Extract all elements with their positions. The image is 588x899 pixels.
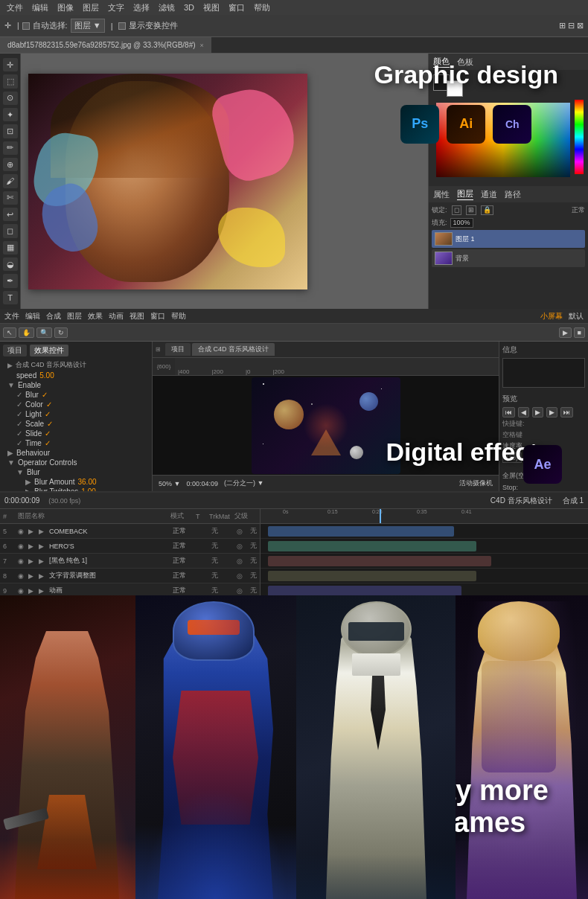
ae-comp-tab-1[interactable]: 项目: [165, 343, 191, 356]
ps-layers-tab[interactable]: 图层: [457, 188, 473, 200]
auto-select-checkbox[interactable]: [22, 22, 30, 30]
ps-layers-tabs[interactable]: 属性 图层 通道 路径: [429, 186, 588, 202]
ae-l9-eye[interactable]: ◉: [18, 587, 25, 595]
ae-l6-solo[interactable]: ▶: [39, 543, 46, 550]
ps-fill-value[interactable]: 100%: [450, 218, 473, 228]
ae-playback-btn[interactable]: ▶: [559, 327, 572, 338]
ps-menu-window[interactable]: 窗口: [225, 1, 249, 14]
lasso-tool[interactable]: ⊙: [3, 92, 18, 105]
ae-menu-animation[interactable]: 动画: [109, 311, 124, 321]
rectangular-marquee-tool[interactable]: ⬚: [3, 74, 18, 88]
ps-hue-slider[interactable]: [575, 100, 584, 174]
ps-lock-fill[interactable]: ⊞: [466, 205, 476, 215]
ps-menu-edit[interactable]: 编辑: [28, 1, 52, 14]
ae-select-tool[interactable]: ↖: [3, 327, 16, 338]
pen-tool[interactable]: ✒: [3, 274, 18, 287]
ae-panel-tabs[interactable]: 项目 效果控件: [3, 345, 149, 356]
ae-blur-amount-val[interactable]: 36.00: [77, 478, 96, 486]
ae-l5-mat[interactable]: 无: [211, 526, 234, 536]
ps-menu-layer[interactable]: 图层: [79, 1, 103, 14]
ae-l6-lock[interactable]: ▶: [28, 543, 36, 550]
ae-prev-frame-btn[interactable]: ◀: [518, 407, 529, 417]
ae-layer-8[interactable]: 8 ◉ ▶ ▶ 文字背景调整图 正常 无 ◎ 无: [0, 569, 260, 583]
ae-l7-mode[interactable]: 正常: [173, 556, 195, 566]
ae-layer-7[interactable]: 7 ◉ ▶ ▶ [黑色 纯色 1] 正常 无 ◎ 无: [0, 554, 260, 569]
ae-last-frame-btn[interactable]: ⏭: [560, 407, 573, 417]
ps-color-picker-area[interactable]: [433, 74, 584, 180]
ps-menu-file[interactable]: 文件: [3, 1, 27, 14]
ae-l7-lock[interactable]: ▶: [28, 557, 36, 565]
ae-comp-tabs[interactable]: ⊞ 项目 合成 C4D 音乐风格设计: [153, 342, 499, 358]
ps-channels-tab[interactable]: 通道: [481, 189, 497, 200]
auto-select-dropdown[interactable]: 图层 ▼: [71, 19, 105, 33]
ae-l5-parent[interactable]: 无: [250, 526, 257, 536]
ae-l7-parent[interactable]: 无: [250, 556, 257, 566]
ae-l5-solo[interactable]: ▶: [39, 528, 46, 535]
ae-zoom-level[interactable]: 50% ▼: [159, 480, 180, 487]
ps-menu-help[interactable]: 帮助: [250, 1, 274, 14]
eraser-tool[interactable]: ◻: [3, 224, 18, 237]
ae-l5-eye[interactable]: ◉: [18, 528, 25, 535]
ps-menu-filter[interactable]: 滤镜: [155, 1, 179, 14]
ae-l8-parent[interactable]: 无: [250, 571, 257, 580]
ps-menu-type[interactable]: 文字: [104, 1, 128, 14]
ae-l9-mat[interactable]: 无: [211, 586, 234, 595]
ae-zoom-tool[interactable]: 🔍: [36, 327, 52, 338]
ps-paths-tab[interactable]: 路径: [505, 189, 521, 200]
move-tool[interactable]: ✛: [3, 58, 18, 71]
dodge-tool[interactable]: ◒: [3, 257, 18, 271]
ae-project-tab[interactable]: 项目: [3, 345, 27, 356]
ae-l6-parent[interactable]: 无: [250, 541, 257, 551]
background-color[interactable]: [447, 80, 463, 97]
ps-layer-row-2[interactable]: 背景: [432, 249, 585, 267]
ae-l5-mode[interactable]: 正常: [173, 526, 195, 536]
ps-lock-pos[interactable]: ◻: [452, 205, 461, 215]
ae-preview-controls[interactable]: 50% ▼ 0:00:04:09 (二分之一) ▼ 活动摄像机: [153, 475, 499, 491]
ae-first-frame-btn[interactable]: ⏮: [502, 407, 515, 417]
ps-lock-all[interactable]: 🔒: [481, 205, 493, 215]
ae-l9-lock[interactable]: ▶: [28, 587, 36, 595]
ae-menu-window[interactable]: 窗口: [150, 311, 165, 321]
ae-fps-display[interactable]: (30): [502, 452, 522, 463]
ae-menu-help[interactable]: 帮助: [171, 311, 186, 321]
ps-menubar[interactable]: 文件 编辑 图像 图层 文字 选择 滤镜 3D 视图 窗口 帮助: [0, 0, 588, 15]
ae-hand-tool[interactable]: ✋: [19, 327, 34, 338]
ps-menu-image[interactable]: 图像: [54, 1, 77, 14]
ps-color-panel-tabs[interactable]: 颜色 色板: [429, 54, 588, 70]
ae-layer-5[interactable]: 5 ◉ ▶ ▶ COMEBACK 正常 无 ◎ 无: [0, 524, 260, 539]
ae-l8-mode[interactable]: 正常: [173, 571, 195, 580]
ae-effects-tab[interactable]: 效果控件: [30, 345, 68, 356]
ae-l8-eye[interactable]: ◉: [18, 572, 25, 580]
ps-properties-tab[interactable]: 属性: [433, 189, 450, 200]
ae-comp-tab-2[interactable]: 合成 C4D 音乐风格设计: [192, 343, 275, 356]
ae-playhead[interactable]: [380, 509, 381, 523]
eyedropper-tool[interactable]: ✏: [3, 141, 18, 155]
ae-menu-edit[interactable]: 编辑: [25, 311, 40, 321]
ps-color-spectrum[interactable]: [436, 103, 570, 177]
ae-l9-solo[interactable]: ▶: [39, 587, 46, 595]
ae-menu-effect[interactable]: 效果: [88, 311, 103, 321]
ae-blur-twitches-val[interactable]: 1.00: [81, 487, 95, 491]
clone-tool[interactable]: ✄: [3, 191, 18, 205]
ps-layer-row-1[interactable]: 图层 1: [432, 230, 585, 248]
ps-menu-select[interactable]: 选择: [130, 1, 153, 14]
ps-menu-view[interactable]: 视图: [199, 1, 223, 14]
ae-play-btn[interactable]: ▶: [532, 407, 543, 417]
ae-next-frame-btn[interactable]: ▶: [546, 407, 557, 417]
tab-close-btn[interactable]: ×: [200, 42, 204, 49]
ae-stop-btn[interactable]: ■: [574, 327, 585, 338]
ae-menubar[interactable]: 文件 编辑 合成 图层 效果 动画 视图 窗口 帮助 小屏幕 默认: [0, 309, 588, 324]
ps-document-tab[interactable]: d8abf157882315.59e76a9285752.jpg @ 33.3%…: [0, 37, 211, 53]
ae-l8-lock[interactable]: ▶: [28, 572, 36, 580]
healing-tool[interactable]: ⊕: [3, 158, 18, 171]
ae-menu-view[interactable]: 视图: [130, 311, 144, 321]
ae-l8-solo[interactable]: ▶: [39, 572, 46, 580]
ae-speed-value[interactable]: 5.00: [39, 371, 54, 380]
ae-layer-9[interactable]: 9 ◉ ▶ ▶ 动画 正常 无 ◎ 无: [0, 583, 260, 595]
ae-motion-blur[interactable]: 活动摄像机: [459, 479, 493, 488]
ae-l6-eye[interactable]: ◉: [18, 543, 25, 550]
ae-rotate-tool[interactable]: ↻: [54, 327, 68, 338]
type-tool[interactable]: T: [3, 291, 18, 304]
ae-layer-6[interactable]: 6 ◉ ▶ ▶ HERO'S 正常 无 ◎ 无: [0, 539, 260, 554]
history-brush-tool[interactable]: ↩: [3, 208, 18, 221]
